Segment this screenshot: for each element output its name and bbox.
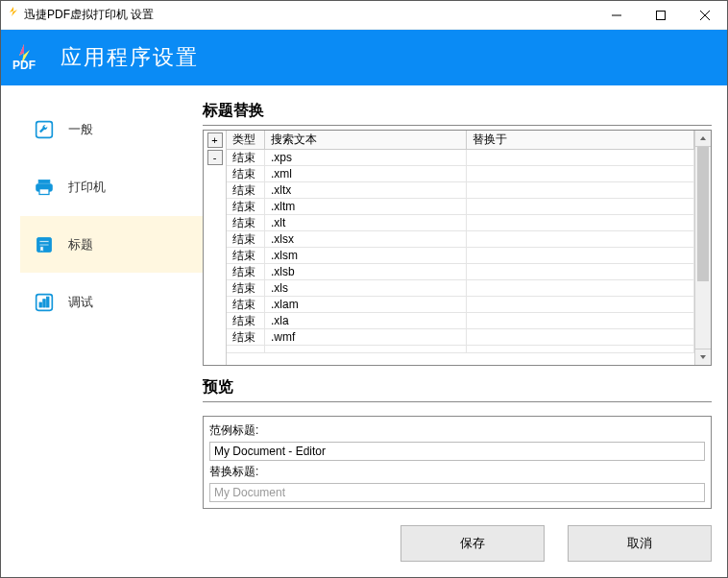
section-title: 标题替换 — [203, 101, 712, 121]
sidebar-item-label: 打印机 — [68, 179, 106, 196]
sidebar-item-general[interactable]: 一般 — [20, 101, 203, 158]
cell-search: .wmf — [265, 329, 467, 345]
cell-type: 结束 — [227, 199, 265, 214]
table-row[interactable]: 结束.xps — [227, 150, 694, 166]
scroll-up-icon[interactable] — [695, 131, 711, 147]
cell-type: 结束 — [227, 297, 265, 312]
table-row[interactable]: 结束.wmf — [227, 329, 694, 346]
replacement-table: + - 类型 搜索文本 替换于 结束.xps结束.xml结束.xltx结束.xl… — [203, 130, 712, 366]
cell-search: .xlt — [265, 215, 467, 230]
remove-row-button[interactable]: - — [207, 150, 223, 165]
svg-rect-1 — [657, 11, 666, 19]
cell-replace — [467, 313, 694, 328]
preview-box: 范例标题: 替换标题: My Document — [203, 416, 712, 509]
table-row[interactable]: 结束.xlsx — [227, 231, 694, 248]
sidebar-item-label: 一般 — [68, 121, 93, 138]
scroll-thumb[interactable] — [697, 147, 709, 281]
table-row[interactable]: 结束.xml — [227, 166, 694, 182]
wrench-icon — [34, 119, 55, 140]
window-title: 迅捷PDF虚拟打印机 设置 — [24, 7, 154, 23]
table-row[interactable]: 结束.xla — [227, 313, 694, 329]
chart-icon — [34, 292, 55, 313]
dialog-buttons: 保存 取消 — [1, 510, 727, 577]
example-title-label: 范例标题: — [209, 422, 705, 439]
svg-rect-8 — [39, 188, 49, 194]
sidebar-item-printer[interactable]: 打印机 — [20, 158, 203, 216]
save-button[interactable]: 保存 — [400, 525, 545, 562]
cell-search: .xltx — [265, 182, 467, 198]
cell-search: .xlsm — [265, 248, 467, 263]
vertical-scrollbar[interactable] — [694, 131, 711, 365]
svg-text:PDF: PDF — [12, 59, 36, 71]
col-header-search[interactable]: 搜索文本 — [265, 131, 467, 149]
divider — [203, 125, 712, 126]
example-title-input[interactable] — [209, 442, 705, 461]
sidebar: 一般 打印机 标题 调试 — [20, 101, 203, 510]
sidebar-item-label: 标题 — [68, 236, 93, 253]
app-icon — [9, 7, 18, 23]
svg-rect-15 — [47, 297, 50, 307]
svg-rect-13 — [39, 302, 42, 307]
sidebar-item-title[interactable]: 标题 — [20, 216, 203, 274]
col-header-type[interactable]: 类型 — [227, 131, 265, 149]
cell-replace — [467, 329, 694, 345]
page-title: 应用程序设置 — [61, 43, 199, 72]
table-row[interactable]: 结束.xltm — [227, 199, 694, 215]
cell-search: .xls — [265, 280, 467, 296]
cell-replace — [467, 215, 694, 230]
cell-replace — [467, 231, 694, 247]
cell-search: .xlam — [265, 297, 467, 312]
sidebar-item-debug[interactable]: 调试 — [20, 274, 203, 331]
cell-replace — [467, 297, 694, 312]
table-row[interactable]: 结束.xlsb — [227, 264, 694, 280]
cell-replace — [467, 150, 694, 165]
divider — [203, 401, 712, 402]
replace-title-output: My Document — [209, 483, 705, 502]
svg-rect-10 — [39, 240, 49, 242]
titlebar: 迅捷PDF虚拟打印机 设置 — [1, 1, 727, 30]
col-header-replace[interactable]: 替换于 — [467, 131, 694, 149]
pdf-logo-icon: PDF — [12, 42, 53, 74]
svg-rect-11 — [39, 244, 49, 246]
grid-header: 类型 搜索文本 替换于 — [227, 131, 694, 150]
cell-search: .xlsb — [265, 264, 467, 279]
cell-type: 结束 — [227, 248, 265, 263]
cell-replace — [467, 166, 694, 181]
cell-replace — [467, 248, 694, 263]
close-button[interactable] — [683, 1, 727, 30]
table-row[interactable]: 结束.xlt — [227, 215, 694, 231]
table-row[interactable]: 结束.xls — [227, 280, 694, 297]
replace-title-label: 替换标题: — [209, 464, 705, 480]
cell-replace — [467, 182, 694, 198]
table-row[interactable]: 结束.xlsm — [227, 248, 694, 264]
cell-type: 结束 — [227, 280, 265, 296]
add-row-button[interactable]: + — [207, 132, 223, 148]
cell-type: 结束 — [227, 215, 265, 230]
grid: 类型 搜索文本 替换于 结束.xps结束.xml结束.xltx结束.xltm结束… — [227, 131, 694, 365]
svg-rect-6 — [38, 180, 50, 182]
cell-type: 结束 — [227, 150, 265, 165]
cell-search: .xlsx — [265, 231, 467, 247]
sidebar-item-label: 调试 — [68, 294, 93, 311]
grid-body: 结束.xps结束.xml结束.xltx结束.xltm结束.xlt结束.xlsx结… — [227, 150, 694, 365]
scroll-down-icon[interactable] — [695, 349, 711, 365]
cell-replace — [467, 264, 694, 279]
main-panel: 标题替换 + - 类型 搜索文本 替换于 结束.xps结束.xml结束.xltx… — [203, 101, 712, 510]
cancel-button[interactable]: 取消 — [568, 525, 712, 562]
table-row[interactable]: 结束.xltx — [227, 182, 694, 199]
cell-search: .xla — [265, 313, 467, 328]
cell-type: 结束 — [227, 313, 265, 328]
printer-icon — [34, 177, 55, 198]
cell-type: 结束 — [227, 231, 265, 247]
maximize-button[interactable] — [639, 1, 683, 30]
preview-title: 预览 — [203, 377, 712, 397]
bookmark-icon — [34, 234, 55, 255]
cell-type: 结束 — [227, 264, 265, 279]
row-action-column: + - — [204, 131, 227, 365]
cell-replace — [467, 280, 694, 296]
table-row[interactable] — [227, 346, 694, 353]
table-row[interactable]: 结束.xlam — [227, 297, 694, 313]
cell-type: 结束 — [227, 329, 265, 345]
app-header: PDF 应用程序设置 — [1, 30, 727, 85]
minimize-button[interactable] — [595, 1, 639, 30]
